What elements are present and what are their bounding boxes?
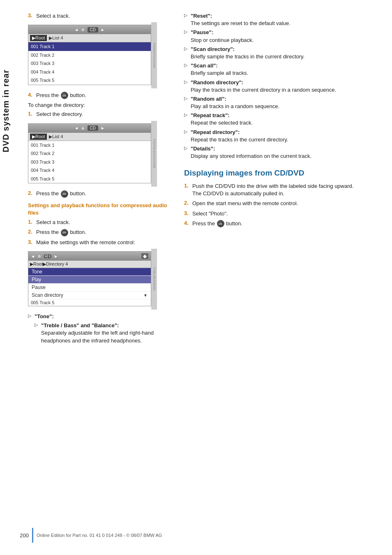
- step-4: 4. Press the ok button.: [28, 92, 168, 99]
- settings-breadcrumb: ▶Root ▶Directory 4: [28, 261, 151, 268]
- menu-item-scan-dir-label: Scan directory: [32, 292, 63, 298]
- settings-nav-right: ►: [54, 254, 58, 259]
- displaying-images-section: Displaying images from CD/DVD 1. Push th…: [184, 168, 380, 227]
- right-step-3-num: 3.: [184, 210, 191, 216]
- right-step-2-num: 2.: [184, 200, 191, 206]
- cd-track-1-5: 005 Track 5: [28, 76, 151, 85]
- right-step-2-text: Open the start menu with the remote cont…: [192, 200, 298, 207]
- bullet-treble: ▷ "Treble / Bass" and "Balance": Separat…: [35, 322, 168, 345]
- bullet-pause-text: "Pause": Stop or continue playback.: [191, 29, 254, 44]
- step-3: 3. Select a track.: [28, 12, 168, 20]
- right-bullet-list: ▷ "Reset": The settings are reset to the…: [184, 12, 380, 160]
- change-dir-note: To change the directory:: [28, 102, 168, 109]
- step-2b: 2. Press the ok button.: [28, 190, 168, 198]
- cd-breadcrumb-list-1: ▶List 4: [47, 35, 65, 41]
- bullet-scan-all: ▷ "Scan all": Briefly sample all tracks.: [184, 62, 380, 77]
- bullet-random-dir-arrow: ▷: [184, 79, 189, 85]
- step-2b-text: Press the ok button.: [36, 190, 86, 198]
- cd-track-2-2: 002 Track 2: [28, 149, 151, 158]
- ok-button-icon-2: ok: [61, 190, 68, 198]
- step-2c-num: 2.: [28, 229, 35, 235]
- step-3-num: 3.: [28, 12, 35, 18]
- cd-widget-1-wrapper: ◄ ● CD ► ▶Root ▶List 4 001 Track 1 002 T…: [28, 22, 159, 88]
- right-step-4: 4. Press the ok button.: [184, 220, 380, 228]
- cd-disc-icon-1: ●: [81, 26, 85, 33]
- menu-arrow-scan: ▼: [143, 293, 148, 298]
- right-step-3-text: Select "Photo".: [192, 210, 228, 217]
- step-3c: 3. Make the settings with the remote con…: [28, 239, 168, 246]
- footer-bar: [32, 528, 33, 543]
- cd-widget-2: ◄ ● CD ► ▶Root ▶List 4 001 Track 1 002 T…: [28, 123, 151, 184]
- cd-track-2-1: 001 Track 1: [28, 141, 151, 150]
- settings-widget-wrapper: ◄ ● CD ► ◆ ▶Root ▶Directory 4 Tone Play …: [28, 249, 159, 310]
- page-footer: 200 Online Edition for Part no. 01 41 0 …: [16, 528, 380, 543]
- right-step-1-text: Push the CD/DVD into the drive with the …: [192, 183, 353, 197]
- bullet-random-all: ▷ "Random all": Play all tracks in a ran…: [184, 95, 380, 110]
- cd-nav-left-2: ◄: [74, 126, 78, 130]
- bullet-scan-dir-arrow: ▷: [184, 46, 189, 51]
- right-step-1: 1. Push the CD/DVD into the drive with t…: [184, 183, 380, 197]
- bullet-scan-all-arrow: ▷: [184, 62, 189, 68]
- bullet-scan-dir: ▷ "Scan directory": Briefly sample the t…: [184, 46, 380, 60]
- bullet-tone-arrow: ▷: [28, 313, 33, 319]
- bullet-repeat-track-arrow: ▷: [184, 112, 189, 118]
- step-1c-text: Select a track.: [36, 219, 70, 226]
- ok-button-icon-3: ok: [61, 229, 68, 236]
- step-2c-text: Press the ok button.: [36, 229, 86, 236]
- step-3c-num: 3.: [28, 239, 35, 245]
- bullet-repeat-track-text: "Repeat track": Repeat the selected trac…: [191, 112, 253, 127]
- settings-disc-icon: ●: [37, 252, 42, 260]
- bullet-reset-text: "Reset": The settings are reset to the d…: [191, 12, 291, 27]
- bullet-random-all-text: "Random all": Play all tracks in a rando…: [191, 95, 279, 110]
- bullet-scan-dir-text: "Scan directory": Briefly sample the tra…: [191, 46, 304, 60]
- cd-widget-2-wrapper: ◄ ● CD ► ▶Root ▶List 4 001 Track 1 002 T…: [28, 121, 159, 187]
- right-column: ▷ "Reset": The settings are reset to the…: [184, 12, 380, 346]
- step-4-text: Press the ok button.: [36, 92, 86, 99]
- ok-button-icon-1: ok: [61, 92, 68, 99]
- settings-crumb-root: ▶Root: [30, 261, 43, 267]
- widget-1-side-strip: P35MLP01HSNK: [151, 22, 157, 88]
- cd-disc-icon-2: ●: [81, 125, 85, 132]
- cd-breadcrumb-1: ▶Root ▶List 4: [28, 34, 151, 42]
- settings-right-icon: ◆: [141, 253, 148, 259]
- step-1b: 1. Select the directory.: [28, 111, 168, 118]
- settings-heading: Settings and playback functions for comp…: [28, 202, 168, 217]
- settings-crumb-dir: ▶Directory 4: [43, 261, 68, 267]
- cd-nav-left-1: ◄: [74, 28, 78, 32]
- cd-track-1-3: 003 Track 3: [28, 59, 151, 68]
- cd-widget-1: ◄ ● CD ► ▶Root ▶List 4 001 Track 1 002 T…: [28, 25, 151, 85]
- step-4-num: 4.: [28, 92, 35, 98]
- bullet-repeat-track: ▷ "Repeat track": Repeat the selected tr…: [184, 112, 380, 127]
- settings-widget-header: ◄ ● CD ► ◆: [28, 252, 151, 261]
- step-2c: 2. Press the ok button.: [28, 229, 168, 236]
- ok-button-icon-4: ok: [217, 220, 224, 227]
- cd-breadcrumb-root-2: ▶Root: [30, 134, 47, 140]
- cd-track-1-2: 002 Track 2: [28, 51, 151, 60]
- cd-widget-1-header: ◄ ● CD ►: [28, 25, 151, 34]
- step-1c-num: 1.: [28, 219, 35, 225]
- right-step-4-text: Press the ok button.: [192, 220, 242, 228]
- cd-nav-right-1: ►: [101, 28, 105, 32]
- right-step-2: 2. Open the start menu with the remote c…: [184, 200, 380, 207]
- bullet-repeat-dir-text: "Repeat directory": Repeat the tracks in…: [191, 129, 288, 143]
- step-1c: 1. Select a track.: [28, 219, 168, 226]
- bullet-treble-text: "Treble / Bass" and "Balance": Separatel…: [41, 322, 168, 345]
- cd-breadcrumb-list-2: ▶List 4: [47, 134, 65, 140]
- bullet-pause-arrow: ▷: [184, 29, 189, 35]
- right-step-1-num: 1.: [184, 183, 191, 189]
- bullet-details-text: "Details": Display any stored informatio…: [191, 145, 311, 160]
- cd-track-2-3: 003 Track 3: [28, 158, 151, 166]
- menu-item-play: Play: [28, 276, 151, 284]
- left-column: 3. Select a track. ◄ ● CD ► ▶Root ▶List …: [28, 12, 168, 346]
- bullet-repeat-dir: ▷ "Repeat directory": Repeat the tracks …: [184, 129, 380, 143]
- menu-item-scan-dir: Scan directory ▼: [28, 291, 151, 299]
- cd-track-2-5: 005 Track 5: [28, 175, 151, 183]
- bullet-random-dir: ▷ "Random directory": Play the tracks in…: [184, 79, 380, 94]
- page-number: 200: [16, 532, 32, 539]
- step-3c-text: Make the settings with the remote contro…: [36, 239, 135, 246]
- menu-item-pause: Pause: [28, 284, 151, 291]
- bullet-tone: ▷ "Tone":: [28, 313, 168, 320]
- bullet-reset-arrow: ▷: [184, 13, 189, 18]
- section-title: Displaying images from CD/DVD: [184, 168, 380, 178]
- cd-breadcrumb-2: ▶Root ▶List 4: [28, 133, 151, 141]
